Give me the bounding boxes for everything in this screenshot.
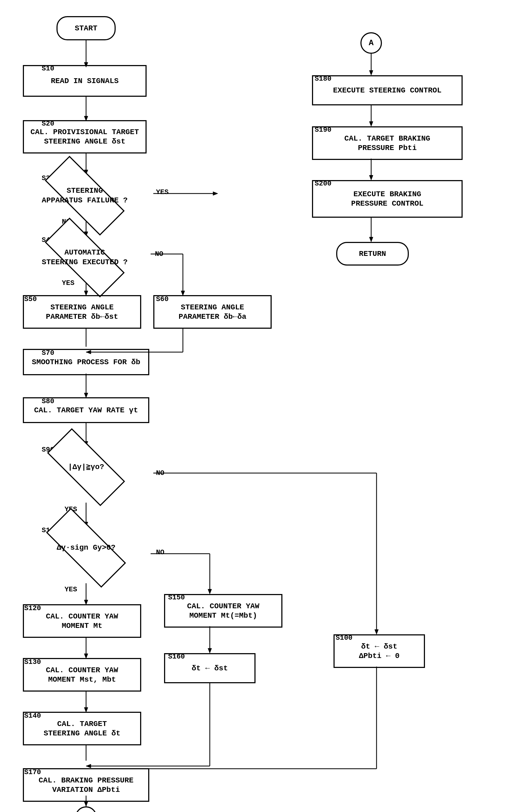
svg-marker-39: [208, 648, 212, 653]
s90-diamond-text: |Δγ|≧γo?: [68, 462, 104, 472]
s30-diamond-wrap: STEERING APPARATUS FAILURE ?: [23, 174, 146, 217]
svg-marker-48: [369, 70, 373, 75]
s90-no-label: NO: [156, 469, 164, 477]
s40-diamond-wrap: AUTOMATIC STEERING EXECUTED ?: [23, 236, 146, 279]
s30-diamond-text: STEERING APPARATUS FAILURE ?: [42, 186, 127, 206]
s110-yes-label: YES: [65, 585, 77, 594]
s110-diamond-text: Δγ·sign Gy>0?: [57, 543, 115, 553]
s90-diamond-wrap: |Δγ|≧γo?: [23, 446, 149, 489]
svg-marker-50: [369, 121, 373, 126]
s110-no-label: NO: [156, 548, 164, 556]
svg-marker-30: [208, 589, 212, 594]
svg-marker-46: [84, 801, 88, 806]
s40-no-label: NO: [155, 250, 163, 258]
svg-marker-25: [375, 629, 378, 634]
s30-yes-label: YES: [156, 188, 169, 196]
s50-box: STEERING ANGLE PARAMETER δb←δst: [23, 295, 141, 329]
svg-marker-54: [369, 237, 373, 242]
s110-diamond-wrap: Δγ·sign Gy>0?: [23, 526, 149, 569]
circle-a-top: A: [360, 32, 382, 54]
svg-marker-9: [213, 192, 218, 195]
circle-a-bottom: A: [75, 806, 97, 812]
s40-yes-label: YES: [62, 279, 74, 287]
s200-box: EXECUTE BRAKING PRESSURE CONTROL: [312, 180, 463, 218]
s20-box: CAL. PROIVISIONAL TARGET STEERING ANGLE …: [23, 120, 146, 154]
s120-box: CAL. COUNTER YAW MOMENT Mt: [23, 604, 141, 638]
s180-box: EXECUTE STEERING CONTROL: [312, 75, 463, 105]
start-shape: START: [56, 16, 116, 40]
return-shape: RETURN: [336, 242, 409, 265]
s80-box: CAL. TARGET YAW RATE γt: [23, 397, 149, 423]
s100-box: δt ← δst ΔPbti ← 0: [334, 634, 425, 668]
s140-box: CAL. TARGET STEERING ANGLE δt: [23, 712, 141, 745]
s160-box: δt ← δst: [164, 653, 255, 683]
s130-box: CAL. COUNTER YAW MOMENT Mst, Mbt: [23, 658, 141, 692]
s70-box: SMOOTHING PROCESS FOR δb: [23, 349, 149, 375]
s150-box: CAL. COUNTER YAW MOMENT Mt(=Mbt): [164, 594, 282, 628]
s170-box: CAL. BRAKING PRESSURE VARIATION ΔPbti: [23, 768, 149, 802]
svg-marker-52: [369, 175, 373, 180]
s10-box: READ IN SIGNALS: [23, 65, 146, 97]
flowchart: START S10 READ IN SIGNALS S20 CAL. PROIV…: [0, 0, 532, 812]
s190-box: CAL. TARGET BRAKING PRESSURE Pbti: [312, 126, 463, 160]
s60-box: STEERING ANGLE PARAMETER δb←δa: [153, 295, 272, 329]
start-label: START: [75, 24, 97, 33]
s40-diamond-text: AUTOMATIC STEERING EXECUTED ?: [42, 248, 127, 267]
svg-marker-42: [86, 764, 91, 768]
